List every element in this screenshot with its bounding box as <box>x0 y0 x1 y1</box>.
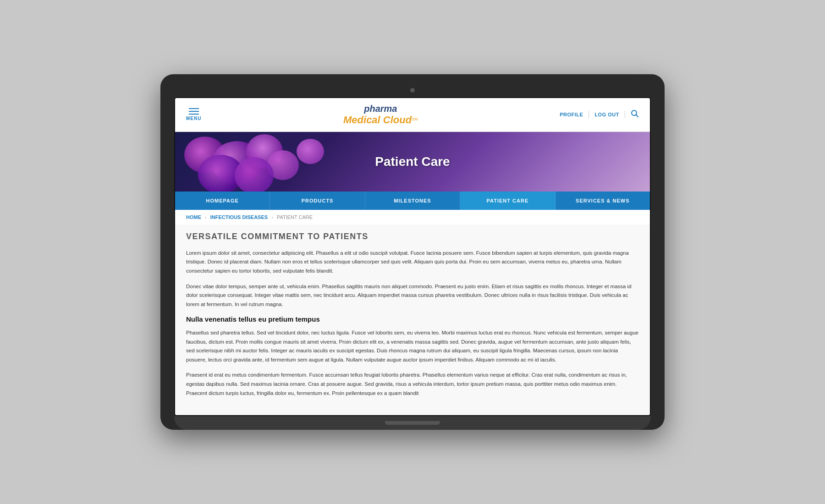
breadcrumb-home[interactable]: HOME <box>186 214 201 220</box>
content-paragraph-4: Praesent id erat eu metus condimentum fe… <box>186 371 639 398</box>
hero-banner: Patient Care <box>175 132 650 192</box>
nav-services-news[interactable]: SERVICES & NEWS <box>556 192 650 210</box>
nav-milestones[interactable]: MILESTONES <box>365 192 460 210</box>
breadcrumb-sep-1: › <box>205 214 207 220</box>
site-header: MENU pharma Medical CloudSM PROFILE LOG … <box>175 98 650 132</box>
logo-tm: SM <box>412 117 418 121</box>
menu-button[interactable]: MENU <box>186 108 201 121</box>
laptop-base <box>174 416 651 430</box>
nav-patient-care[interactable]: PATIENT CARE <box>460 192 555 210</box>
breadcrumb-current: PATIENT CARE <box>277 214 313 220</box>
content-paragraph-3: Phasellus sed pharetra tellus. Sed vel t… <box>186 329 639 364</box>
laptop-notch <box>385 421 440 425</box>
hamburger-icon <box>189 108 199 115</box>
content-subheading: Nulla venenatis tellus eu pretium tempus <box>186 315 639 323</box>
search-button[interactable] <box>631 110 639 120</box>
profile-link[interactable]: PROFILE <box>560 112 583 117</box>
breadcrumb: HOME › INFECTIOUS DISEASES › PATIENT CAR… <box>175 210 650 225</box>
search-icon <box>631 110 639 118</box>
laptop-frame: MENU pharma Medical CloudSM PROFILE LOG … <box>160 74 665 430</box>
logo-pharma-text: pharma <box>364 104 397 114</box>
hero-title: Patient Care <box>375 154 450 169</box>
svg-line-1 <box>636 115 638 117</box>
header-divider-2 <box>625 111 625 118</box>
laptop-camera <box>410 88 415 93</box>
nav-products[interactable]: PRODUCTS <box>270 192 365 210</box>
page-heading: VERSATILE COMMITMENT TO PATIENTS <box>186 232 639 241</box>
header-actions: PROFILE LOG OUT <box>560 110 639 120</box>
content-paragraph-2: Donec vitae dolor tempus, semper ante ut… <box>186 282 639 309</box>
content-paragraph-1: Lorem ipsum dolor sit amet, consectetur … <box>186 249 639 276</box>
content-area: VERSATILE COMMITMENT TO PATIENTS Lorem i… <box>175 225 650 415</box>
breadcrumb-sep-2: › <box>271 214 273 220</box>
nav-homepage[interactable]: HOMEPAGE <box>175 192 270 210</box>
logo[interactable]: pharma Medical CloudSM <box>343 104 418 126</box>
nav-bar: HOMEPAGE PRODUCTS MILESTONES PATIENT CAR… <box>175 192 650 210</box>
menu-label: MENU <box>186 116 201 121</box>
logout-link[interactable]: LOG OUT <box>594 112 619 117</box>
header-divider <box>588 111 589 118</box>
cell-blob-7 <box>297 139 324 164</box>
breadcrumb-category[interactable]: INFECTIOUS DISEASES <box>210 214 268 220</box>
cell-blob-6 <box>235 157 274 192</box>
logo-medical-text: Medical Cloud <box>343 114 412 126</box>
laptop-screen: MENU pharma Medical CloudSM PROFILE LOG … <box>174 97 651 416</box>
